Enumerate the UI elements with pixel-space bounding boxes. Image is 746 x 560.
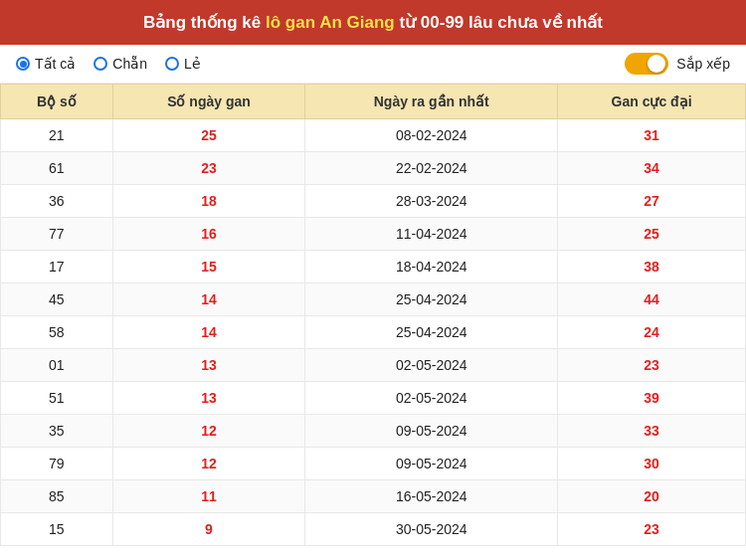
table-row: 851116-05-202420 [1,480,746,513]
cell-ngay-ra: 25-04-2024 [305,316,558,349]
cell-bo-so: 79 [1,448,113,480]
cell-so-ngay-gan: 9 [112,513,305,546]
cell-so-ngay-gan: 25 [112,119,305,152]
cell-ngay-ra: 22-02-2024 [305,152,558,185]
cell-bo-so: 85 [1,480,113,513]
cell-ngay-ra: 28-03-2024 [305,185,558,218]
cell-so-ngay-gan: 14 [112,316,305,349]
data-table: Bộ số Số ngày gan Ngày ra gần nhất Gan c… [0,84,746,546]
cell-bo-so: 15 [1,513,113,546]
cell-bo-so: 21 [1,119,113,152]
cell-gan-cuc-dai: 23 [558,349,746,382]
toggle-label: Sắp xếp [676,56,730,72]
cell-gan-cuc-dai: 31 [558,119,746,152]
radio-le-circle [165,57,179,71]
cell-so-ngay-gan: 18 [112,185,305,218]
cell-so-ngay-gan: 13 [112,349,305,382]
cell-so-ngay-gan: 12 [112,448,305,480]
filter-chan-label: Chẵn [112,56,147,72]
header-highlight: lô gan An Giang [266,13,395,32]
col-bo-so: Bộ số [1,85,113,119]
cell-gan-cuc-dai: 23 [558,513,746,546]
cell-ngay-ra: 09-05-2024 [305,448,558,480]
table-row: 212508-02-202431 [1,119,746,152]
cell-ngay-ra: 25-04-2024 [305,283,558,316]
cell-gan-cuc-dai: 20 [558,480,746,513]
cell-gan-cuc-dai: 34 [558,152,746,185]
filter-left: Tất cả Chẵn Lẻ [16,56,201,72]
cell-so-ngay-gan: 23 [112,152,305,185]
table-header-row: Bộ số Số ngày gan Ngày ra gần nhất Gan c… [1,85,746,119]
cell-so-ngay-gan: 15 [112,251,305,283]
toggle-knob [648,55,665,73]
cell-bo-so: 01 [1,349,113,382]
cell-so-ngay-gan: 13 [112,382,305,415]
cell-ngay-ra: 09-05-2024 [305,415,558,448]
cell-gan-cuc-dai: 27 [558,185,746,218]
table-row: 771611-04-202425 [1,218,746,251]
sort-toggle[interactable] [625,53,668,75]
cell-ngay-ra: 11-04-2024 [305,218,558,251]
table-row: 511302-05-202439 [1,382,746,415]
cell-ngay-ra: 02-05-2024 [305,349,558,382]
header-prefix: Bảng thống kê [143,13,266,32]
cell-bo-so: 51 [1,382,113,415]
col-gan-cuc-dai: Gan cực đại [558,85,746,119]
table-row: 581425-04-202424 [1,316,746,349]
cell-gan-cuc-dai: 30 [558,448,746,480]
cell-so-ngay-gan: 12 [112,415,305,448]
cell-gan-cuc-dai: 33 [558,415,746,448]
filter-le-label: Lẻ [184,56,201,72]
cell-ngay-ra: 16-05-2024 [305,480,558,513]
filter-bar: Tất cả Chẵn Lẻ Sắp xếp [0,45,746,84]
cell-gan-cuc-dai: 24 [558,316,746,349]
table-row: 361828-03-202427 [1,185,746,218]
cell-ngay-ra: 18-04-2024 [305,251,558,283]
cell-gan-cuc-dai: 44 [558,283,746,316]
cell-so-ngay-gan: 16 [112,218,305,251]
col-ngay-ra: Ngày ra gần nhất [305,85,558,119]
cell-so-ngay-gan: 14 [112,283,305,316]
col-so-ngay-gan: Số ngày gan [112,85,305,119]
cell-bo-so: 45 [1,283,113,316]
filter-chan[interactable]: Chẵn [93,56,147,72]
cell-gan-cuc-dai: 38 [558,251,746,283]
cell-bo-so: 36 [1,185,113,218]
cell-bo-so: 58 [1,316,113,349]
table-row: 011302-05-202423 [1,349,746,382]
cell-gan-cuc-dai: 25 [558,218,746,251]
cell-so-ngay-gan: 11 [112,480,305,513]
header-suffix: từ 00-99 lâu chưa về nhất [395,13,603,32]
filter-all-label: Tất cả [35,56,76,72]
radio-all-circle [16,57,30,71]
table-row: 612322-02-202434 [1,152,746,185]
radio-chan-circle [93,57,107,71]
cell-gan-cuc-dai: 39 [558,382,746,415]
filter-all[interactable]: Tất cả [16,56,76,72]
cell-bo-so: 35 [1,415,113,448]
cell-bo-so: 77 [1,218,113,251]
toggle-wrapper: Sắp xếp [625,53,730,75]
table-row: 15930-05-202423 [1,513,746,546]
cell-bo-so: 61 [1,152,113,185]
cell-ngay-ra: 02-05-2024 [305,382,558,415]
table-row: 171518-04-202438 [1,251,746,283]
cell-bo-so: 17 [1,251,113,283]
cell-ngay-ra: 30-05-2024 [305,513,558,546]
cell-ngay-ra: 08-02-2024 [305,119,558,152]
filter-le[interactable]: Lẻ [165,56,201,72]
header: Bảng thống kê lô gan An Giang từ 00-99 l… [0,0,746,45]
table-row: 791209-05-202430 [1,448,746,480]
table-row: 351209-05-202433 [1,415,746,448]
table-row: 451425-04-202444 [1,283,746,316]
